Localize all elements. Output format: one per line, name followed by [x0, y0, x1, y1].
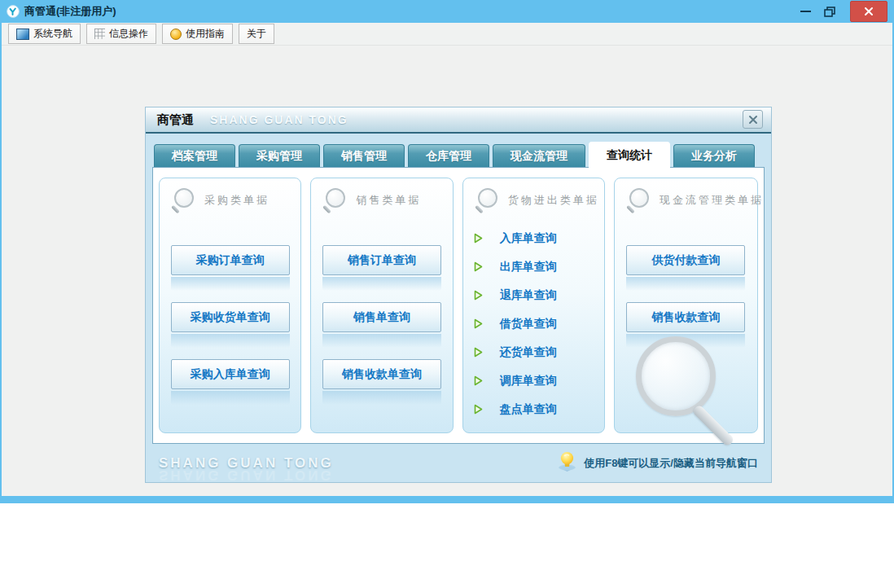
- query-button-wrap: 销售单查询: [322, 302, 441, 332]
- query-button[interactable]: 采购收货单查询: [171, 302, 290, 332]
- tab-4[interactable]: 仓库管理: [408, 144, 489, 167]
- big-magnifier-handle: [691, 404, 734, 447]
- card-header: 货物进出类单据: [463, 178, 604, 213]
- query-link-label: 还货单查询: [500, 345, 557, 360]
- toolbar-item-label: 信息操作: [109, 27, 148, 41]
- green-arrow-icon: [474, 404, 483, 415]
- footer-hint-text: 使用F8键可以显示/隐藏当前导航窗口: [584, 456, 758, 471]
- query-link[interactable]: 出库单查询: [463, 252, 604, 281]
- query-link-label: 借货单查询: [500, 317, 557, 331]
- green-arrow-icon: [474, 261, 483, 272]
- panel-title-en: SHANG GUAN TONG: [210, 113, 348, 126]
- toolbar-item-label: 关于: [247, 27, 266, 41]
- tab-content: 采购类单据采购订单查询采购收货单查询采购入库单查询销售类单据销售订单查询销售单查…: [152, 167, 765, 444]
- magnifier-icon: [321, 188, 345, 213]
- query-button[interactable]: 销售单查询: [322, 302, 441, 332]
- card-buttons: 供货付款查询销售收款查询: [615, 245, 757, 359]
- query-button-wrap: 采购入库单查询: [171, 359, 290, 389]
- query-link-label: 退库单查询: [500, 288, 557, 303]
- query-button-wrap: 销售收款单查询: [322, 359, 441, 389]
- query-button-wrap: 采购收货单查询: [171, 302, 290, 332]
- query-link[interactable]: 借货单查询: [463, 309, 604, 338]
- magnifier-icon: [624, 188, 649, 213]
- green-arrow-icon: [474, 347, 483, 358]
- query-button[interactable]: 采购入库单查询: [171, 359, 290, 389]
- info-grid-icon: [94, 29, 105, 39]
- card-links: 入库单查询出库单查询退库单查询借货单查询还货单查询调库单查询盘点单查询: [463, 224, 604, 423]
- card-header: 现金流管理类单据: [615, 178, 757, 213]
- magnifier-lens: [326, 188, 345, 208]
- query-button[interactable]: 销售收款查询: [626, 302, 745, 332]
- query-link-label: 出库单查询: [500, 260, 557, 274]
- card-title: 销售类单据: [356, 193, 421, 208]
- app-logo-icon: [7, 5, 20, 18]
- tab-5[interactable]: 现金流管理: [493, 144, 585, 167]
- card-header: 采购类单据: [160, 178, 300, 213]
- lightbulb-icon: [556, 451, 578, 476]
- tab-bar: 档案管理采购管理销售管理仓库管理现金流管理查询统计业务分析: [154, 142, 771, 167]
- magnifier-icon: [473, 188, 497, 213]
- toolbar-item-label: 系统导航: [33, 27, 72, 41]
- toolbar-item-1[interactable]: 系统导航: [8, 24, 81, 44]
- tab-1[interactable]: 档案管理: [154, 144, 235, 167]
- query-button-wrap: 采购订单查询: [171, 245, 290, 275]
- panel-title-cn: 商管通: [157, 112, 194, 128]
- footer-watermark-reflection: SHANG GUAN TONG: [159, 468, 334, 482]
- toolbar-item-2[interactable]: 信息操作: [86, 24, 156, 44]
- query-button-wrap: 销售收款查询: [626, 302, 745, 332]
- query-link[interactable]: 还货单查询: [463, 338, 604, 366]
- query-button[interactable]: 销售订单查询: [322, 245, 441, 275]
- app-window: 商管通(非注册用户) 系统导航信息操作使用指南关于 商管通 SHANG GUAN…: [0, 0, 894, 503]
- query-card-3: 货物进出类单据入库单查询出库单查询退库单查询借货单查询还货单查询调库单查询盘点单…: [462, 178, 605, 433]
- query-link-label: 盘点单查询: [500, 402, 557, 417]
- magnifier-lens: [174, 188, 194, 208]
- footer-hint: 使用F8键可以显示/隐藏当前导航窗口: [556, 451, 758, 476]
- query-link[interactable]: 退库单查询: [463, 281, 604, 309]
- magnifier-lens: [629, 188, 649, 208]
- green-arrow-icon: [474, 318, 483, 329]
- guide-coin-icon: [170, 29, 182, 40]
- navigation-panel: 商管通 SHANG GUAN TONG 档案管理采购管理销售管理仓库管理现金流管…: [145, 107, 772, 483]
- query-button[interactable]: 销售收款单查询: [322, 359, 441, 389]
- query-button-wrap: 供货付款查询: [626, 245, 745, 275]
- query-link-label: 入库单查询: [500, 231, 557, 246]
- green-arrow-icon: [474, 233, 483, 244]
- card-buttons: 销售订单查询销售单查询销售收款单查询: [311, 245, 452, 416]
- query-card-1: 采购类单据采购订单查询采购收货单查询采购入库单查询: [159, 178, 301, 433]
- toolbar-item-4[interactable]: 关于: [239, 24, 274, 44]
- window-title: 商管通(非注册用户): [24, 4, 116, 19]
- restore-icon[interactable]: [824, 7, 835, 17]
- card-title: 现金流管理类单据: [660, 193, 764, 208]
- query-link[interactable]: 入库单查询: [463, 224, 604, 252]
- window-controls: [800, 1, 887, 22]
- toolbar: 系统导航信息操作使用指南关于: [2, 23, 892, 46]
- tab-2[interactable]: 采购管理: [239, 144, 320, 167]
- query-card-2: 销售类单据销售订单查询销售单查询销售收款单查询: [310, 178, 453, 433]
- panel-footer: SHANG GUAN TONG SHANG GUAN TONG: [146, 444, 771, 482]
- magnifier-lens: [478, 188, 497, 208]
- query-link[interactable]: 调库单查询: [463, 366, 604, 395]
- green-arrow-icon: [474, 375, 483, 386]
- toolbar-item-3[interactable]: 使用指南: [162, 24, 233, 44]
- card-title: 货物进出类单据: [508, 193, 599, 208]
- close-icon[interactable]: [850, 1, 887, 22]
- footer-watermark: SHANG GUAN TONG SHANG GUAN TONG: [159, 456, 334, 470]
- green-arrow-icon: [474, 290, 483, 301]
- query-button[interactable]: 采购订单查询: [171, 245, 290, 275]
- magnifier-icon: [169, 188, 194, 213]
- query-card-4: 现金流管理类单据供货付款查询销售收款查询: [614, 178, 758, 433]
- query-link[interactable]: 盘点单查询: [463, 395, 604, 423]
- panel-close-icon[interactable]: [743, 110, 763, 129]
- card-buttons: 采购订单查询采购收货单查询采购入库单查询: [160, 245, 300, 416]
- tab-6[interactable]: 查询统计: [589, 142, 670, 168]
- system-nav-icon: [16, 29, 29, 40]
- query-link-label: 调库单查询: [500, 374, 557, 388]
- card-header: 销售类单据: [311, 178, 452, 213]
- query-button-wrap: 销售订单查询: [322, 245, 441, 275]
- panel-header: 商管通 SHANG GUAN TONG: [146, 108, 771, 134]
- card-title: 采购类单据: [204, 193, 270, 208]
- tab-7[interactable]: 业务分析: [673, 144, 755, 167]
- minimize-icon[interactable]: [800, 11, 811, 12]
- tab-3[interactable]: 销售管理: [323, 144, 405, 167]
- query-button[interactable]: 供货付款查询: [626, 245, 745, 275]
